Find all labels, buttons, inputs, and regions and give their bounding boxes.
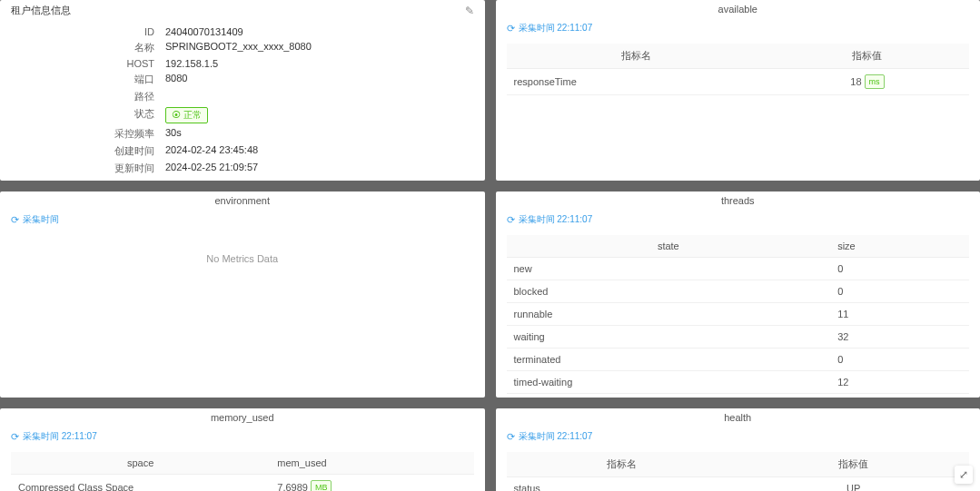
cell-size: 0 [830, 349, 969, 371]
table-header-row: 指标名 指标值 [507, 44, 970, 69]
panel-subtitle: threads [496, 191, 981, 211]
kv-label: HOST [11, 58, 165, 69]
health-table: 指标名 指标值 statusUP [507, 452, 970, 491]
refresh-line: ⟳ 采集时间 22:11:07 [496, 428, 981, 448]
kv-label: 采控频率 [11, 127, 165, 141]
unit-tag: MB [311, 480, 332, 491]
panel-subtitle: available [496, 0, 981, 20]
table-row: blocked0 [507, 280, 970, 303]
panel-title: 租户信息信息 [11, 4, 71, 17]
kv-value: 8080 [165, 73, 474, 86]
kv-row: HOST192.158.1.5 [0, 56, 485, 71]
table-row: responseTime18ms [507, 69, 970, 95]
cell-size: 0 [830, 280, 969, 303]
cell-state: new [507, 258, 831, 280]
cell-state: runnable [507, 303, 831, 326]
cell-size: 0 [830, 258, 969, 280]
panel-memory-used: memory_used ⟳ 采集时间 22:11:07 space mem_us… [0, 408, 485, 491]
col-mem-used: mem_used [270, 452, 473, 475]
kv-row: 更新时间2024-02-25 21:09:57 [0, 160, 485, 177]
col-size: size [830, 235, 969, 258]
threads-table: state size new0blocked0runnable11waiting… [507, 235, 970, 394]
cell-size: 11 [830, 303, 969, 326]
table-header-row: state size [507, 235, 970, 258]
col-value: 指标值 [766, 44, 969, 69]
refresh-icon[interactable]: ⟳ [507, 431, 515, 443]
panel-environment: environment ⟳ 采集时间 No Metrics Data [0, 191, 485, 398]
kv-value: 192.158.1.5 [165, 58, 474, 69]
refresh-icon[interactable]: ⟳ [507, 214, 515, 226]
kv-label: 端口 [11, 73, 165, 86]
refresh-line: ⟳ 采集时间 22:11:07 [496, 20, 981, 40]
panel-available: available ⟳ 采集时间 22:11:07 指标名 指标值 respon… [496, 0, 981, 181]
kv-value: 30s [165, 127, 474, 141]
table-row: waiting32 [507, 326, 970, 349]
kv-label: 路径 [11, 90, 165, 103]
panel-subtitle: memory_used [0, 408, 485, 428]
refresh-time: 采集时间 [23, 213, 59, 226]
table-header-row: space mem_used [11, 452, 474, 475]
kv-value: ⦿ 正常 [165, 107, 474, 123]
kv-label: 名称 [11, 41, 165, 54]
panel-threads: threads ⟳ 采集时间 22:11:07 state size new0b… [496, 191, 981, 398]
unit-tag: ms [865, 74, 885, 89]
kv-row: 路径 [0, 88, 485, 105]
kv-value: 24040070131409 [165, 26, 474, 37]
kv-value: 2024-02-24 23:45:48 [165, 144, 474, 158]
col-space: space [11, 452, 270, 475]
dashboard-grid: 租户信息信息 ✎ ID24040070131409名称SPRINGBOOT2_x… [0, 0, 980, 491]
kv-row: 采控频率30s [0, 125, 485, 142]
status-tag: ⦿ 正常 [165, 107, 208, 123]
memory-table: space mem_used Compressed Class Space7.6… [11, 452, 474, 491]
panel-subtitle: environment [0, 191, 485, 211]
panel-line-info: 租户信息信息 ✎ ID24040070131409名称SPRINGBOOT2_x… [0, 0, 485, 181]
table-row: new0 [507, 258, 970, 280]
cell-state: waiting [507, 326, 831, 349]
cell-size: 12 [830, 371, 969, 394]
float-action-icon[interactable]: ⤢ [955, 466, 973, 484]
refresh-time: 采集时间 22:11:07 [519, 430, 593, 443]
table-row: terminated0 [507, 349, 970, 371]
kv-value [165, 90, 474, 103]
table-row: statusUP [507, 477, 970, 492]
refresh-icon[interactable]: ⟳ [507, 23, 515, 34]
kv-label: ID [11, 26, 165, 37]
refresh-icon[interactable]: ⟳ [11, 214, 19, 226]
col-value: 指标值 [737, 452, 969, 477]
kv-list: ID24040070131409名称SPRINGBOOT2_xxx_xxxx_8… [0, 21, 485, 181]
panel-health: health ⟳ 采集时间 22:11:07 指标名 指标值 statusUP [496, 408, 981, 491]
edit-icon[interactable]: ✎ [465, 5, 474, 17]
kv-row: ID24040070131409 [0, 25, 485, 39]
panel-subtitle: health [496, 408, 981, 428]
cell-value: 7.6989MB [270, 475, 473, 492]
kv-row: 创建时间2024-02-24 23:45:48 [0, 142, 485, 160]
refresh-icon[interactable]: ⟳ [11, 431, 19, 443]
kv-row: 状态⦿ 正常 [0, 105, 485, 125]
kv-label: 状态 [11, 107, 165, 123]
refresh-time: 采集时间 22:11:07 [519, 22, 593, 34]
cell-state: timed-waiting [507, 371, 831, 394]
panel-header: 租户信息信息 ✎ [0, 0, 485, 21]
col-state: state [507, 235, 831, 258]
cell-state: blocked [507, 280, 831, 303]
cell-value: 18ms [766, 69, 969, 95]
refresh-line: ⟳ 采集时间 22:11:07 [496, 211, 981, 231]
table-row: timed-waiting12 [507, 371, 970, 394]
refresh-line: ⟳ 采集时间 [0, 211, 485, 231]
cell-name: responseTime [507, 69, 766, 95]
cell-space: Compressed Class Space [11, 475, 270, 492]
refresh-line: ⟳ 采集时间 22:11:07 [0, 428, 485, 448]
refresh-time: 采集时间 22:11:07 [519, 213, 593, 226]
cell-size: 32 [830, 326, 969, 349]
col-name: 指标名 [507, 44, 766, 69]
col-name: 指标名 [507, 452, 738, 477]
kv-label: 更新时间 [11, 162, 165, 175]
refresh-time: 采集时间 22:11:07 [23, 430, 97, 443]
cell-state: terminated [507, 349, 831, 371]
kv-value: SPRINGBOOT2_xxx_xxxx_8080 [165, 41, 474, 54]
table-header-row: 指标名 指标值 [507, 452, 970, 477]
cell-name: status [507, 477, 738, 492]
kv-row: 名称SPRINGBOOT2_xxx_xxxx_8080 [0, 39, 485, 56]
kv-value: 2024-02-25 21:09:57 [165, 162, 474, 175]
cell-value: UP [737, 477, 969, 492]
